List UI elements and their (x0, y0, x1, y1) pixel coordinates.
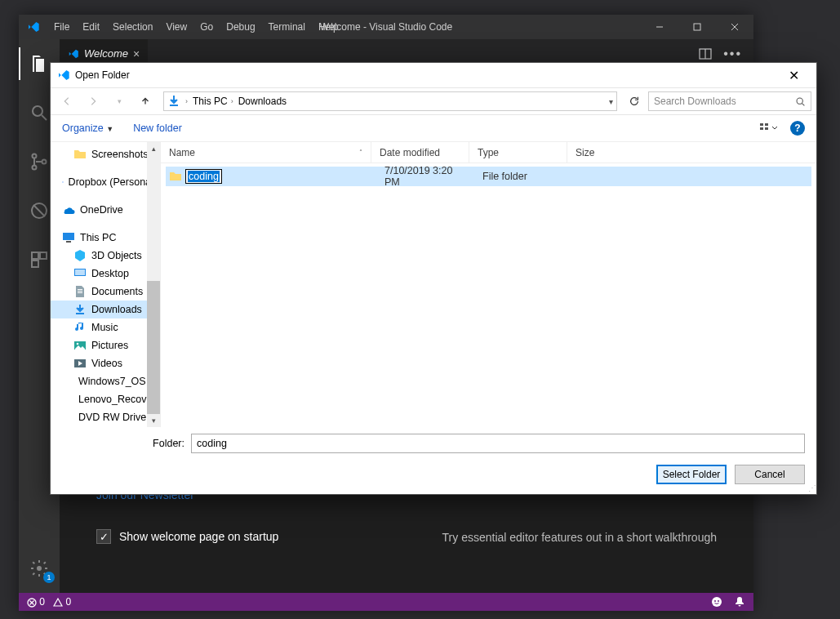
show-welcome-label: Show welcome page on startup (119, 530, 278, 543)
menu-file[interactable]: File (47, 21, 76, 33)
tree-onedrive[interactable]: OneDrive (51, 201, 160, 219)
file-type: File folder (474, 171, 572, 182)
playground-description: Try essential editor features out in a s… (442, 531, 717, 544)
menu-debug[interactable]: Debug (220, 21, 261, 33)
svg-point-24 (797, 98, 802, 104)
tree-downloads[interactable]: Downloads (51, 301, 160, 318)
folder-tree[interactable]: Screenshots Dropbox (Personal) OneDrive … (51, 142, 161, 427)
status-warnings-count: 0 (65, 596, 71, 608)
crumb-downloads[interactable]: Downloads (238, 96, 287, 107)
svg-line-10 (33, 205, 45, 216)
folder-label: Folder: (62, 438, 184, 449)
tree-lenovo-recovery[interactable]: Lenovo_Recovery (51, 390, 160, 408)
tree-dropbox[interactable]: Dropbox (Personal) (51, 173, 160, 191)
new-folder-button[interactable]: New folder (133, 122, 182, 134)
cancel-button[interactable]: Cancel (735, 465, 805, 484)
menu-edit[interactable]: Edit (76, 21, 106, 33)
address-history-button[interactable]: ▾ (609, 97, 613, 106)
svg-rect-26 (760, 123, 763, 126)
menu-selection[interactable]: Selection (106, 21, 159, 33)
window-close-button[interactable] (716, 15, 753, 39)
resize-grip[interactable]: ⋰ (808, 483, 815, 492)
svg-point-8 (42, 160, 47, 164)
more-actions-icon[interactable]: ••• (723, 47, 742, 61)
nav-back-button[interactable] (56, 91, 78, 112)
activity-settings-icon[interactable]: 1 (19, 552, 60, 585)
split-editor-icon[interactable] (699, 47, 712, 60)
tree-windows7-os[interactable]: Windows7_OS (C:) (51, 372, 160, 390)
search-icon (795, 96, 806, 107)
status-errors[interactable]: 0 (27, 596, 45, 608)
dialog-nav-bar: ▾ › This PC› Downloads ▾ Search Download… (51, 87, 816, 115)
svg-rect-29 (765, 127, 768, 130)
col-date[interactable]: Date modified (371, 142, 469, 163)
tree-music[interactable]: Music (51, 318, 160, 336)
svg-rect-31 (66, 241, 71, 243)
dialog-close-button[interactable]: ✕ (777, 68, 810, 83)
folder-icon (169, 170, 182, 183)
window-maximize-button[interactable] (678, 15, 716, 39)
status-warnings[interactable]: 0 (53, 596, 71, 608)
status-feedback-icon[interactable] (711, 596, 722, 608)
tree-pictures[interactable]: Pictures (51, 336, 160, 354)
dialog-title: Open Folder (75, 69, 130, 81)
folder-rename-input[interactable]: coding (185, 169, 222, 184)
svg-rect-13 (32, 261, 38, 267)
tree-scroll-up[interactable]: ▴ (147, 142, 160, 155)
col-name[interactable]: Name˄ (161, 142, 371, 163)
file-row-coding[interactable]: coding 7/10/2019 3:20 PM File folder (166, 167, 811, 186)
title-bar: File Edit Selection View Go Debug Termin… (19, 15, 753, 39)
status-bell-icon[interactable] (734, 596, 745, 608)
tree-3d-objects[interactable]: 3D Objects (51, 247, 160, 265)
nav-recent-button[interactable]: ▾ (108, 91, 131, 112)
tree-desktop[interactable]: Desktop (51, 265, 160, 283)
file-date: 7/10/2019 3:20 PM (376, 165, 474, 188)
svg-rect-36 (78, 292, 82, 293)
dialog-search-input[interactable]: Search Downloads (648, 91, 811, 111)
svg-point-14 (37, 566, 42, 571)
file-list-pane: Name˄ Date modified Type Size coding 7/1… (161, 142, 816, 427)
tab-label: Welcome (84, 47, 128, 60)
svg-point-4 (33, 106, 42, 116)
organize-button[interactable]: Organize ▼ (62, 122, 113, 134)
nav-up-button[interactable] (134, 91, 157, 112)
svg-point-22 (718, 600, 719, 602)
menu-go[interactable]: Go (193, 21, 220, 33)
tree-thispc[interactable]: This PC (51, 229, 160, 247)
tree-documents[interactable]: Documents (51, 283, 160, 301)
view-options-button[interactable] (759, 122, 779, 135)
col-size[interactable]: Size (567, 142, 816, 163)
column-headers: Name˄ Date modified Type Size (161, 142, 816, 163)
folder-name-input[interactable] (191, 434, 805, 453)
nav-forward-button[interactable] (82, 91, 104, 112)
vscode-app-icon (19, 20, 47, 33)
search-placeholder: Search Downloads (654, 96, 736, 107)
tree-scroll-down[interactable]: ▾ (147, 414, 160, 427)
status-errors-count: 0 (39, 596, 45, 608)
col-type[interactable]: Type (469, 142, 567, 163)
tree-screenshots[interactable]: Screenshots (51, 145, 160, 163)
window-title: Welcome - Visual Studio Code (320, 21, 452, 33)
status-bar: 0 0 (19, 593, 753, 611)
tree-dvd-drive[interactable]: DVD RW Drive (E:) (51, 408, 160, 426)
help-button[interactable]: ? (790, 121, 805, 136)
svg-rect-34 (78, 289, 82, 290)
tab-close-icon[interactable]: × (133, 47, 140, 60)
menu-terminal[interactable]: Terminal (262, 21, 312, 33)
svg-line-25 (802, 103, 805, 105)
svg-point-7 (33, 166, 37, 170)
svg-rect-33 (75, 269, 85, 275)
select-folder-button[interactable]: Select Folder (656, 465, 727, 484)
menu-bar: File Edit Selection View Go Debug Termin… (47, 21, 345, 33)
open-folder-dialog: Open Folder ✕ ▾ › This PC› Downloads ▾ S… (50, 62, 817, 495)
tree-scroll-thumb[interactable] (147, 281, 160, 420)
crumb-thispc[interactable]: This PC (193, 96, 228, 107)
window-minimize-button[interactable] (641, 15, 678, 39)
svg-rect-23 (170, 105, 178, 106)
address-bar[interactable]: › This PC› Downloads ▾ (163, 91, 617, 111)
tree-videos[interactable]: Videos (51, 354, 160, 372)
refresh-button[interactable] (624, 91, 645, 111)
dialog-bottom-bar: Folder: Select Folder Cancel ⋰ (51, 427, 816, 494)
show-welcome-checkbox[interactable]: ✓ (96, 529, 111, 544)
menu-view[interactable]: View (159, 21, 193, 33)
